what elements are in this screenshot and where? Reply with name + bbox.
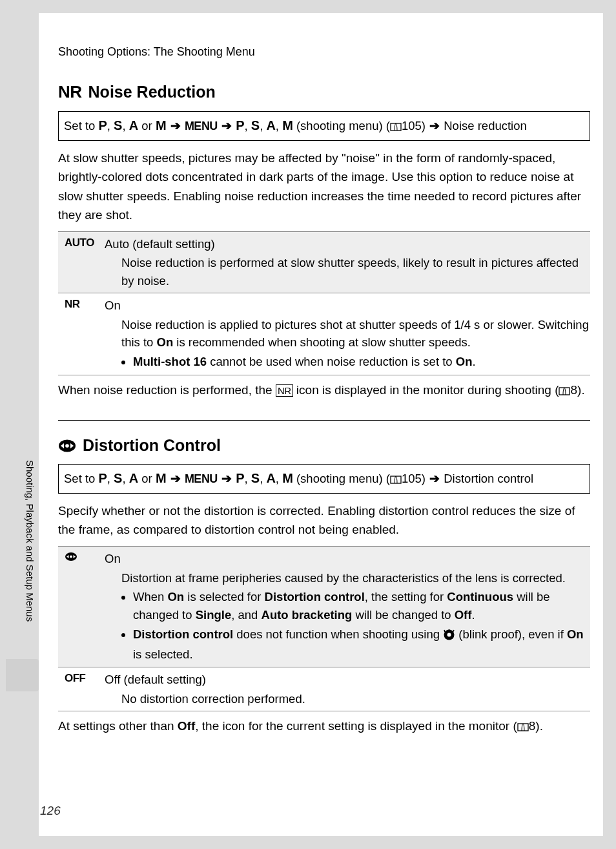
side-tab-marker bbox=[6, 659, 39, 691]
section-divider bbox=[58, 420, 590, 421]
breadcrumb: Shooting Options: The Shooting Menu bbox=[58, 45, 590, 59]
svg-rect-1 bbox=[559, 388, 570, 395]
svg-rect-6 bbox=[391, 476, 401, 483]
distortion-control-icon bbox=[58, 439, 76, 453]
option-label: Auto (default setting) bbox=[105, 235, 590, 253]
option-row-auto: AUTO Auto (default setting) Noise reduct… bbox=[58, 231, 590, 293]
option-desc: No distortion correction performed. bbox=[105, 690, 590, 708]
section-title: Noise Reduction bbox=[88, 83, 216, 101]
section-heading-distortion-control: Distortion Control bbox=[58, 436, 590, 455]
option-label: On bbox=[105, 297, 590, 315]
svg-rect-0 bbox=[391, 123, 401, 131]
svg-point-5 bbox=[65, 444, 69, 448]
book-icon bbox=[390, 118, 402, 136]
sidebar-rotated-label: Shooting, Playback and Setup Menus bbox=[25, 460, 36, 622]
dc-small-icon bbox=[58, 550, 105, 665]
section-title: Distortion Control bbox=[83, 436, 221, 455]
option-row-on-nr: NR On Noise reduction is applied to pict… bbox=[58, 293, 590, 375]
after-text-nr: When noise reduction is performed, the N… bbox=[58, 381, 590, 401]
svg-point-10 bbox=[70, 555, 72, 558]
off-icon: OFF bbox=[58, 671, 105, 708]
blink-proof-icon bbox=[443, 627, 455, 645]
option-row-off-dc: OFF Off (default setting) No distortion … bbox=[58, 667, 590, 711]
auto-icon: AUTO bbox=[58, 235, 105, 290]
option-label: On bbox=[105, 550, 590, 568]
book-icon bbox=[517, 718, 529, 737]
after-text-dc: At settings other than Off, the icon for… bbox=[58, 717, 590, 737]
section-heading-noise-reduction: NR Noise Reduction bbox=[58, 82, 590, 102]
menu-path-noise-reduction: Set to P, S, A or M ➔ MENU ➔ P, S, A, M … bbox=[58, 111, 590, 141]
page-number: 126 bbox=[40, 804, 61, 818]
option-label: Off (default setting) bbox=[105, 671, 590, 689]
option-desc: Distortion at frame peripheries caused b… bbox=[105, 569, 590, 664]
svg-rect-13 bbox=[518, 724, 528, 731]
option-desc: Noise reduction is performed at slow shu… bbox=[105, 254, 590, 290]
nr-small-icon: NR bbox=[58, 297, 105, 372]
body-text-dc: Specify whether or not the distortion is… bbox=[58, 501, 590, 540]
nr-icon: NR bbox=[58, 82, 82, 102]
book-icon bbox=[559, 382, 570, 401]
inline-nr-icon: NR bbox=[276, 384, 293, 397]
menu-path-distortion-control: Set to P, S, A or M ➔ MENU ➔ P, S, A, M … bbox=[58, 464, 590, 494]
manual-page: Shooting Options: The Shooting Menu NR N… bbox=[39, 13, 603, 836]
book-icon bbox=[390, 471, 402, 489]
body-text-nr: At slow shutter speeds, pictures may be … bbox=[58, 149, 590, 225]
option-row-on-dc: On Distortion at frame peripheries cause… bbox=[58, 546, 590, 667]
option-desc: Noise reduction is applied to pictures s… bbox=[105, 316, 590, 371]
svg-point-12 bbox=[447, 633, 451, 636]
